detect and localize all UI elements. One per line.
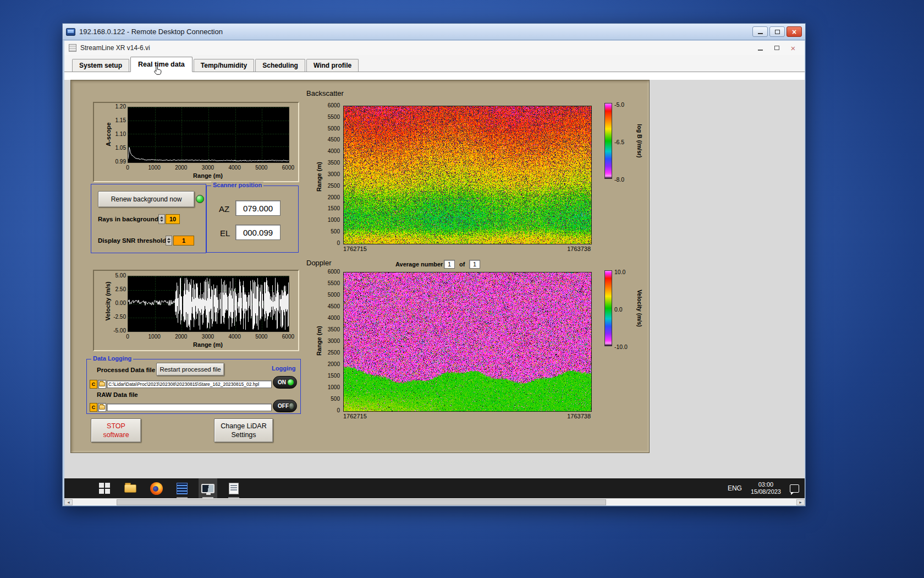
- tab-system-setup[interactable]: System setup: [72, 59, 129, 72]
- processed-browse-button[interactable]: [98, 380, 106, 389]
- tick-label: 4000: [227, 334, 243, 340]
- rdp-titlebar[interactable]: 192.168.0.122 - Remote Desktop Connectio…: [63, 24, 805, 40]
- blue-app-icon: [177, 483, 188, 494]
- average-total-field[interactable]: 1: [469, 260, 480, 269]
- tick-label: 3000: [200, 334, 216, 340]
- app-window-button-1[interactable]: [173, 478, 191, 498]
- language-indicator[interactable]: ENG: [728, 484, 742, 492]
- velocity-plot: [128, 276, 289, 332]
- app-title: StreamLine XR v14-6.vi: [80, 44, 751, 52]
- tab-wind-profile[interactable]: Wind profile: [306, 59, 359, 72]
- tick-label: 6000: [280, 334, 296, 340]
- firefox-icon: [150, 482, 163, 495]
- velocity-graph-frame: Velocity (m/s) 5.002.500.00-2.50-5.00 01…: [93, 270, 299, 351]
- rdp-maximize-button[interactable]: [769, 26, 785, 37]
- backscatter-colorbar-ticks: -5.0-6.5-8.0: [614, 102, 634, 182]
- scrollbar-thumb[interactable]: [117, 499, 606, 505]
- app-close-button[interactable]: [786, 43, 800, 53]
- tick-label: 10.0: [614, 269, 625, 275]
- processed-logging-toggle[interactable]: ON: [273, 376, 297, 389]
- front-panel: A-scope 1.201.151.101.050.99 01000200030…: [70, 80, 650, 453]
- rays-value-field[interactable]: 10: [166, 214, 180, 224]
- clock-time: 03:00: [751, 481, 781, 488]
- app-minimize-button[interactable]: [753, 43, 767, 53]
- tick-label: 0: [120, 165, 135, 171]
- horizontal-scrollbar[interactable]: ◄ ►: [64, 498, 805, 505]
- processed-logging-led: [287, 379, 294, 386]
- a-scope-x-axis-label: Range (m): [128, 172, 288, 179]
- taskbar: ENG 03:00 15/08/2023: [64, 478, 805, 498]
- system-tray: ENG 03:00 15/08/2023: [728, 478, 799, 498]
- raw-browse-button[interactable]: [98, 403, 106, 412]
- el-label: EL: [220, 228, 230, 238]
- firefox-button[interactable]: [147, 478, 166, 498]
- renew-background-button[interactable]: Renew background now: [98, 191, 195, 208]
- velocity-x-ticks: 0100020003000400050006000: [120, 334, 296, 340]
- doppler-time-start: 1762715: [343, 413, 367, 419]
- raw-logging-toggle[interactable]: OFF: [273, 400, 297, 412]
- raw-logging-led: [289, 402, 294, 410]
- doppler-colorbar: [604, 270, 612, 346]
- change-button-line1: Change LiDAR: [221, 422, 266, 430]
- rdp-minimize-button[interactable]: [752, 26, 768, 37]
- tick-label: 0: [120, 334, 135, 340]
- backscatter-time-end: 1763738: [567, 246, 591, 252]
- processed-path-field[interactable]: C:\Lidar\Data\Proc\2023\202308\20230815\…: [107, 380, 272, 388]
- cursor-hand-icon: [153, 65, 163, 78]
- rdp-window: 192.168.0.122 - Remote Desktop Connectio…: [62, 23, 806, 506]
- tick-label: 1.20: [116, 104, 126, 110]
- tick-label: 3500: [328, 327, 340, 332]
- processed-drive-letter[interactable]: C: [90, 380, 97, 389]
- clock-date: 15/08/2023: [751, 488, 781, 495]
- app-titlebar[interactable]: StreamLine XR v14-6.vi: [64, 41, 805, 55]
- file-explorer-button[interactable]: [121, 478, 140, 498]
- rdp-close-button[interactable]: [787, 26, 802, 37]
- tab-temp-humidity[interactable]: Temp/humidity: [194, 59, 254, 72]
- backscatter-colorbar: [604, 103, 612, 179]
- rays-spinner[interactable]: [158, 214, 165, 224]
- app-window-button-3[interactable]: [224, 478, 243, 498]
- az-value-field[interactable]: 079.000: [235, 200, 280, 216]
- action-center-icon[interactable]: [790, 484, 799, 493]
- stop-software-button[interactable]: STOP software: [91, 418, 141, 443]
- app-restore-button[interactable]: [769, 43, 784, 53]
- tick-label: -2.50: [113, 314, 126, 320]
- scroll-left-arrow[interactable]: ◄: [64, 499, 73, 505]
- snr-value-field[interactable]: 1: [173, 236, 194, 246]
- remote-desktop-screen: StreamLine XR v14-6.vi System setup Real…: [64, 41, 805, 498]
- doppler-y-ticks: 6000550050004500400035003000250020001500…: [319, 269, 340, 413]
- tab-scheduling[interactable]: Scheduling: [255, 59, 305, 72]
- tick-label: 5000: [328, 292, 340, 298]
- tick-label: 5.00: [116, 273, 126, 279]
- tick-label: 2.50: [116, 287, 126, 292]
- snr-spinner[interactable]: [166, 236, 172, 246]
- tick-label: 2000: [173, 334, 189, 340]
- app-window-button-2[interactable]: [199, 478, 217, 498]
- scanner-position-group: Scanner position AZ 079.000 EL 000.099: [206, 186, 299, 253]
- average-number-field[interactable]: 1: [444, 260, 455, 269]
- stop-button-line2: software: [103, 430, 129, 439]
- restart-processed-file-button[interactable]: Restart processed file: [156, 363, 224, 376]
- doppler-colorbar-label: Velocity (m/s): [636, 281, 643, 336]
- start-button[interactable]: [95, 478, 114, 498]
- change-lidar-settings-button[interactable]: Change LiDAR Settings: [214, 418, 273, 443]
- scroll-right-arrow[interactable]: ►: [796, 499, 805, 505]
- tick-label: 1000: [328, 217, 340, 223]
- tick-label: 4000: [328, 149, 340, 154]
- taskbar-clock[interactable]: 03:00 15/08/2023: [751, 481, 781, 495]
- background-status-led: [196, 195, 204, 203]
- tick-label: 5500: [328, 281, 340, 286]
- a-scope-plot: [128, 107, 289, 163]
- rdp-window-title: 192.168.0.122 - Remote Desktop Connectio…: [79, 28, 751, 36]
- raw-data-file-label: RAW Data file: [97, 391, 138, 398]
- raw-path-field[interactable]: [107, 403, 272, 411]
- folder-icon: [99, 405, 105, 410]
- doppler-time-end: 1763738: [567, 413, 591, 419]
- az-label: AZ: [219, 204, 229, 214]
- tick-label: 2500: [328, 183, 340, 189]
- raw-drive-letter[interactable]: C: [90, 403, 97, 412]
- tick-label: 2000: [328, 195, 340, 200]
- backscatter-title: Backscatter: [306, 89, 344, 97]
- tick-label: -5.0: [614, 102, 624, 107]
- el-value-field[interactable]: 000.099: [235, 225, 280, 240]
